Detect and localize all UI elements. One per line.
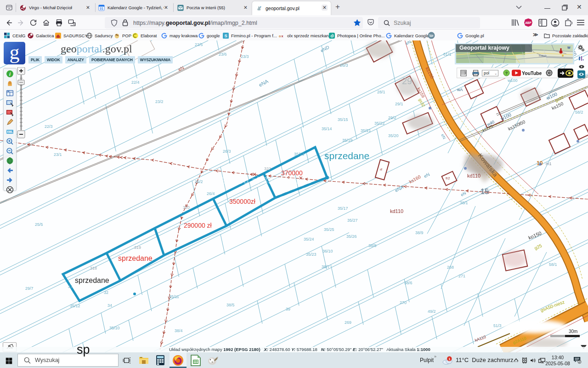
svg-text:320: 320 xyxy=(183,205,190,210)
svg-text:31: 31 xyxy=(100,6,103,10)
svg-text:S: S xyxy=(224,34,227,38)
svg-text:YouTube: YouTube xyxy=(522,70,542,76)
svg-text:271: 271 xyxy=(458,274,465,278)
svg-text:35/24: 35/24 xyxy=(304,237,314,242)
svg-text:35/26: 35/26 xyxy=(346,234,357,239)
svg-text:51/3: 51/3 xyxy=(493,323,502,328)
svg-text:kd110: kd110 xyxy=(467,173,481,178)
svg-text:31: 31 xyxy=(68,284,73,289)
svg-text:sprzedane: sprzedane xyxy=(324,150,369,161)
svg-text:49/2: 49/2 xyxy=(428,309,436,314)
svg-text:35/15: 35/15 xyxy=(338,117,348,122)
svg-text:34: 34 xyxy=(107,303,112,308)
svg-text:kd110: kd110 xyxy=(390,208,403,214)
svg-text:350000zł: 350000zł xyxy=(229,198,256,205)
svg-text:35/13: 35/13 xyxy=(294,152,305,156)
svg-text:30m: 30m xyxy=(569,329,577,334)
svg-text:22/4: 22/4 xyxy=(131,80,140,85)
svg-text:38/4: 38/4 xyxy=(175,328,183,333)
svg-text:38/7: 38/7 xyxy=(322,264,330,269)
svg-text:370000: 370000 xyxy=(281,169,303,177)
svg-text:36/10: 36/10 xyxy=(322,249,333,253)
svg-text:38/8: 38/8 xyxy=(368,243,377,248)
svg-text:35/22: 35/22 xyxy=(374,121,385,126)
svg-text:38/6: 38/6 xyxy=(404,281,413,285)
svg-text:26/3: 26/3 xyxy=(223,149,231,154)
svg-text:29/7: 29/7 xyxy=(25,286,34,291)
svg-text:39: 39 xyxy=(286,307,290,311)
svg-text:26/2: 26/2 xyxy=(195,179,203,184)
svg-text:61/1: 61/1 xyxy=(443,52,452,57)
svg-text:35/12: 35/12 xyxy=(70,304,80,308)
svg-text:270: 270 xyxy=(400,300,407,305)
svg-text:ABP: ABP xyxy=(525,21,531,24)
svg-text:58/1: 58/1 xyxy=(549,262,557,267)
svg-text:268: 268 xyxy=(447,265,454,270)
svg-text:269: 269 xyxy=(345,320,351,325)
svg-text:35/10: 35/10 xyxy=(109,326,120,330)
svg-text:sprzedane: sprzedane xyxy=(118,254,153,262)
svg-text:x: x xyxy=(282,34,284,38)
svg-text:Krakow: Krakow xyxy=(539,54,547,57)
svg-text:35/19: 35/19 xyxy=(342,138,353,143)
svg-text:29/1: 29/1 xyxy=(395,102,403,106)
svg-text:o: o xyxy=(279,34,281,38)
svg-text:29/2: 29/2 xyxy=(388,115,396,120)
svg-text:wA: wA xyxy=(457,87,463,92)
svg-text:w100: w100 xyxy=(507,78,518,83)
svg-text:W: W xyxy=(567,46,571,49)
svg-text:25/5: 25/5 xyxy=(35,222,43,227)
svg-text:23/6: 23/6 xyxy=(219,52,227,57)
svg-text:58/2: 58/2 xyxy=(575,110,583,115)
svg-text:319: 319 xyxy=(134,245,141,250)
svg-text:m1: m1 xyxy=(546,161,552,166)
svg-text:22/3: 22/3 xyxy=(45,124,53,129)
svg-text:35/27: 35/27 xyxy=(347,218,358,223)
svg-text:35/17: 35/17 xyxy=(338,206,348,211)
svg-text:290000 zł: 290000 zł xyxy=(184,222,212,229)
svg-text:35/21: 35/21 xyxy=(361,128,371,133)
svg-text:sprzedane: sprzedane xyxy=(75,276,109,284)
svg-text:fr2: fr2 xyxy=(446,176,450,180)
svg-text:29: 29 xyxy=(402,76,412,86)
svg-text:35/23: 35/23 xyxy=(306,252,317,257)
svg-text:38/1: 38/1 xyxy=(460,201,468,205)
svg-text:35/25: 35/25 xyxy=(324,227,334,232)
svg-text:23/1: 23/1 xyxy=(54,152,62,157)
svg-text:318: 318 xyxy=(90,266,97,270)
svg-text:XML: XML xyxy=(7,130,13,133)
svg-text:15: 15 xyxy=(481,188,489,196)
svg-text:22/5: 22/5 xyxy=(195,42,203,47)
svg-text:322: 322 xyxy=(264,167,271,171)
svg-text:EPSG: EPSG xyxy=(473,75,478,76)
svg-text:2: 2 xyxy=(578,360,580,364)
svg-text:32: 32 xyxy=(104,290,108,295)
svg-text:23/3: 23/3 xyxy=(241,54,249,59)
svg-text:38/5: 38/5 xyxy=(226,303,235,307)
svg-text:26/4: 26/4 xyxy=(207,191,215,196)
svg-text:38/9: 38/9 xyxy=(415,230,424,235)
svg-text:35/11: 35/11 xyxy=(169,294,179,299)
svg-text:23/2: 23/2 xyxy=(155,99,164,104)
svg-text:35/20: 35/20 xyxy=(388,133,399,138)
svg-text:28/1: 28/1 xyxy=(377,90,385,94)
svg-text:35/14: 35/14 xyxy=(322,126,332,131)
svg-text:?: ? xyxy=(505,71,508,75)
svg-text:26/3: 26/3 xyxy=(340,63,348,68)
svg-text:rf: rf xyxy=(380,167,383,172)
